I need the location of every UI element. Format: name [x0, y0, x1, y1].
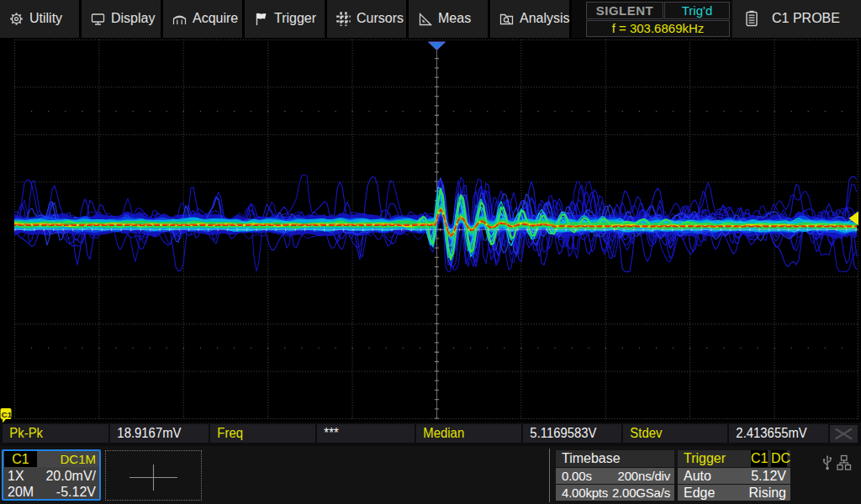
- svg-text:C1: C1: [2, 410, 13, 419]
